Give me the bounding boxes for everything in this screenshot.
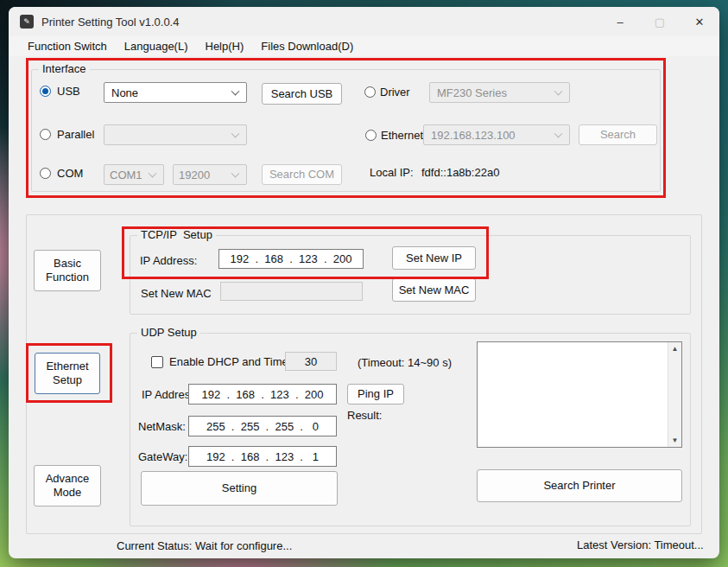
driver-radio-label: Driver [380,86,410,99]
udp-ip-input[interactable] [188,384,337,405]
tcpip-ip-label: IP Address: [140,254,197,267]
search-printer-button[interactable]: Search Printer [477,469,682,502]
com-baud-dropdown[interactable]: 19200 [173,164,247,185]
com-port-dropdown-value: COM1 [110,169,142,182]
usb-device-dropdown[interactable]: None [104,82,247,103]
tcpip-ip-input[interactable] [218,249,364,269]
enable-dhcp-checkbox[interactable] [151,356,163,368]
app-window: ✎ Printer Setting Tool v1.0.0.4 – ▢ ✕ Fu… [9,7,719,558]
window-controls: – ▢ ✕ [600,7,719,36]
driver-dropdown[interactable]: MF230 Series [429,82,570,103]
dhcp-timeout-input[interactable] [285,352,337,371]
udp-ip-label: IP Addres [142,388,190,401]
basic-function-button[interactable]: Basic Function [34,250,101,291]
usb-radio[interactable] [40,86,51,97]
set-new-mac-button[interactable]: Set New MAC [392,278,476,302]
window-title: Printer Setting Tool v1.0.0.4 [41,16,179,29]
local-ip-value: fdfd::1a8b:22a0 [421,166,499,179]
local-ip-label: Local IP: [370,166,414,179]
tcpip-group-label: TCP/IP Setup [137,228,216,241]
driver-dropdown-value: MF230 Series [437,86,507,99]
maximize-button[interactable]: ▢ [640,7,680,36]
set-new-mac-input[interactable] [220,282,363,301]
app-icon: ✎ [20,15,34,29]
driver-radio[interactable] [364,86,376,98]
current-status-text: Current Status: Wait for configure... [117,539,292,552]
set-new-mac-label: Set New MAC [141,287,212,300]
parallel-radio[interactable] [40,129,51,140]
usb-radio-label: USB [57,85,80,98]
menu-help[interactable]: Help(H) [197,36,253,56]
udp-group-label: UDP Setup [137,326,200,339]
parallel-radio-label: Parallel [57,128,94,141]
menu-function-switch[interactable]: Function Switch [19,36,116,56]
parallel-dropdown[interactable] [104,124,247,145]
ethernet-radio[interactable] [365,130,377,141]
minimize-button[interactable]: – [600,7,640,36]
ethernet-setup-button[interactable]: Ethernet Setup [35,353,100,394]
netmask-label: NetMask: [138,420,186,433]
gateway-input[interactable] [188,446,337,467]
set-new-ip-button[interactable]: Set New IP [392,246,476,270]
scroll-up-icon[interactable]: ▲ [668,342,681,355]
scroll-down-icon[interactable]: ▼ [668,434,681,447]
com-port-dropdown[interactable]: COM1 [104,164,164,185]
menu-language[interactable]: Language(L) [116,36,197,56]
search-com-button[interactable]: Search COM [262,164,342,185]
timeout-hint-label: (Timeout: 14~90 s) [358,356,452,369]
com-radio[interactable] [40,168,51,179]
menu-bar: Function Switch Language(L) Help(H) File… [9,36,719,56]
interface-group-label: Interface [39,62,90,75]
desktop-background: ✎ Printer Setting Tool v1.0.0.4 – ▢ ✕ Fu… [0,0,728,567]
latest-version-text: Latest Version: Timeout... [577,538,704,551]
title-bar: ✎ Printer Setting Tool v1.0.0.4 – ▢ ✕ [9,7,719,36]
menu-files-download[interactable]: Files Download(D) [252,36,362,56]
com-radio-label: COM [57,167,83,180]
com-baud-dropdown-value: 19200 [179,169,210,182]
ping-ip-button[interactable]: Ping IP [347,384,404,405]
netmask-input[interactable] [188,416,337,436]
usb-device-dropdown-value: None [111,86,138,99]
gateway-label: GateWay: [138,450,187,463]
result-output-box: ▲ ▼ [477,341,682,448]
advance-mode-button[interactable]: Advance Mode [34,465,101,506]
ethernet-radio-label: Ethernet [381,129,423,142]
ethernet-ip-dropdown-value: 192.168.123.100 [431,129,516,142]
close-button[interactable]: ✕ [680,7,719,36]
search-usb-button[interactable]: Search USB [262,83,342,105]
setting-button[interactable]: Setting [141,471,338,506]
ethernet-search-button[interactable]: Search [579,124,657,145]
ethernet-ip-dropdown[interactable]: 192.168.123.100 [423,124,570,145]
result-scrollbar[interactable]: ▲ ▼ [668,342,681,447]
enable-dhcp-label: Enable DHCP and Timeout [169,355,304,368]
result-label: Result: [347,409,382,422]
